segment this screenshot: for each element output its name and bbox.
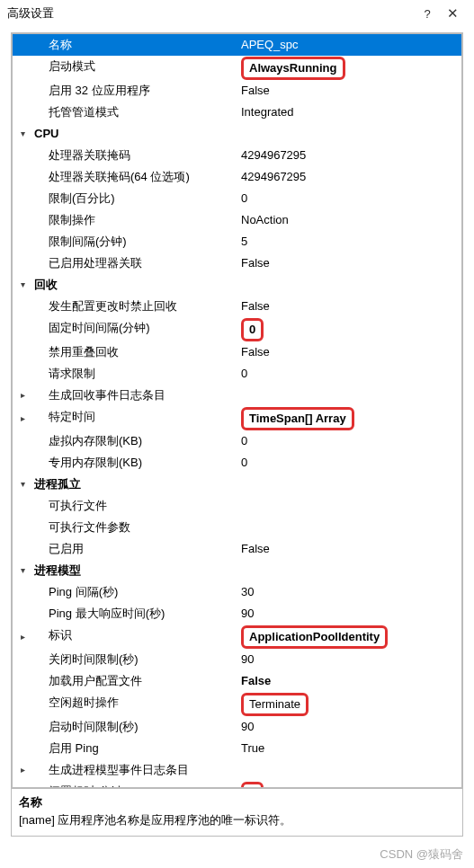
property-value[interactable]: AlwaysRunning — [237, 56, 461, 80]
expand-gutter — [13, 341, 32, 363]
property-row[interactable]: ▸生成进程模型事件日志条目 — [13, 759, 461, 781]
property-row[interactable]: 空闲超时操作Terminate — [13, 692, 461, 716]
category-row[interactable]: ▾进程孤立 — [13, 474, 461, 495]
property-value[interactable]: ApplicationPoolIdentity — [237, 624, 461, 649]
property-value[interactable]: 0 — [237, 317, 461, 341]
property-row[interactable]: 启用 32 位应用程序False — [13, 80, 461, 102]
property-row[interactable]: ▸生成回收事件日志条目 — [13, 385, 461, 406]
property-row[interactable]: 启动模式AlwaysRunning — [13, 56, 461, 80]
property-row-selected[interactable]: 名称APEQ_spc — [13, 34, 461, 56]
property-row[interactable]: 关闭时间限制(秒)90 — [13, 649, 461, 670]
property-row[interactable]: ▸特定时间TimeSpan[] Array — [13, 406, 461, 430]
property-value[interactable]: 0 — [237, 188, 461, 209]
chevron-down-icon[interactable]: ▾ — [13, 274, 32, 296]
property-value[interactable] — [237, 385, 461, 406]
close-button[interactable]: ✕ — [440, 5, 465, 22]
property-value[interactable]: 30 — [237, 581, 461, 603]
property-value[interactable]: False — [237, 296, 461, 317]
property-label: 发生配置更改时禁止回收 — [32, 296, 237, 317]
property-value[interactable] — [237, 759, 461, 781]
property-value[interactable]: False — [237, 80, 461, 102]
expand-gutter — [13, 80, 32, 102]
property-row[interactable]: 可执行文件参数 — [13, 517, 461, 538]
description-text: [name] 应用程序池名称是应用程序池的唯一标识符。 — [19, 812, 455, 828]
property-value[interactable]: 0 — [237, 452, 461, 474]
property-row[interactable]: 发生配置更改时禁止回收False — [13, 296, 461, 317]
property-row[interactable]: 已启用False — [13, 538, 461, 560]
property-label: 虚拟内存限制(KB) — [32, 430, 237, 452]
property-row[interactable]: 限制操作NoAction — [13, 209, 461, 231]
chevron-right-icon[interactable]: ▸ — [13, 759, 32, 781]
expand-gutter — [13, 231, 32, 252]
property-row[interactable]: 限制间隔(分钟)5 — [13, 231, 461, 252]
property-row[interactable]: 虚拟内存限制(KB)0 — [13, 430, 461, 452]
expand-gutter — [13, 581, 32, 603]
property-label: 关闭时间限制(秒) — [32, 649, 237, 670]
property-value[interactable]: False — [237, 252, 461, 274]
property-value[interactable]: 90 — [237, 603, 461, 624]
property-row[interactable]: 启用 PingTrue — [13, 738, 461, 759]
expand-gutter — [13, 34, 32, 56]
chevron-right-icon[interactable]: ▸ — [13, 385, 32, 406]
category-row[interactable]: ▾回收 — [13, 274, 461, 296]
property-row[interactable]: ▸标识ApplicationPoolIdentity — [13, 624, 461, 649]
chevron-down-icon[interactable]: ▾ — [13, 474, 32, 495]
property-row[interactable]: 专用内存限制(KB)0 — [13, 452, 461, 474]
property-value[interactable]: TimeSpan[] Array — [237, 406, 461, 430]
property-label: CPU — [32, 123, 237, 145]
property-value[interactable] — [237, 495, 461, 517]
property-value[interactable] — [237, 517, 461, 538]
property-row[interactable]: 限制(百分比)0 — [13, 188, 461, 209]
property-value[interactable]: 4294967295 — [237, 145, 461, 166]
property-value[interactable]: False — [237, 341, 461, 363]
property-label: Ping 间隔(秒) — [32, 581, 237, 603]
chevron-right-icon[interactable]: ▸ — [13, 624, 32, 649]
property-grid[interactable]: 名称APEQ_spc启动模式AlwaysRunning启用 32 位应用程序Fa… — [12, 33, 462, 788]
property-value[interactable]: 5 — [237, 231, 461, 252]
property-row[interactable]: 处理器关联掩码(64 位选项)4294967295 — [13, 166, 461, 188]
property-label: 限制间隔(分钟) — [32, 231, 237, 252]
property-row[interactable]: Ping 间隔(秒)30 — [13, 581, 461, 603]
help-button[interactable]: ? — [415, 7, 440, 21]
property-value[interactable]: 90 — [237, 716, 461, 738]
chevron-down-icon[interactable]: ▾ — [13, 123, 32, 145]
property-row[interactable]: 禁用重叠回收False — [13, 341, 461, 363]
property-row[interactable]: 固定时间间隔(分钟)0 — [13, 317, 461, 341]
property-value[interactable]: 0 — [237, 430, 461, 452]
category-row[interactable]: ▾进程模型 — [13, 560, 461, 581]
property-value[interactable] — [237, 274, 461, 296]
property-value[interactable]: APEQ_spc — [237, 34, 461, 56]
property-value[interactable]: 4294967295 — [237, 166, 461, 188]
expand-gutter — [13, 56, 32, 80]
property-value[interactable] — [237, 560, 461, 581]
property-value[interactable]: 0 — [237, 781, 461, 788]
property-row[interactable]: 请求限制0 — [13, 363, 461, 385]
property-row[interactable]: 加载用户配置文件False — [13, 670, 461, 692]
property-row[interactable]: 可执行文件 — [13, 495, 461, 517]
property-value[interactable]: 90 — [237, 649, 461, 670]
property-value[interactable]: True — [237, 738, 461, 759]
category-row[interactable]: ▾CPU — [13, 123, 461, 145]
property-value[interactable]: False — [237, 538, 461, 560]
property-label: 加载用户配置文件 — [32, 670, 237, 692]
property-value[interactable]: NoAction — [237, 209, 461, 231]
property-value[interactable] — [237, 474, 461, 495]
expand-gutter — [13, 317, 32, 341]
property-label: 空闲超时操作 — [32, 692, 237, 716]
property-value[interactable]: Integrated — [237, 102, 461, 123]
property-row[interactable]: 处理器关联掩码4294967295 — [13, 145, 461, 166]
property-row[interactable]: Ping 最大响应时间(秒)90 — [13, 603, 461, 624]
property-value[interactable]: Terminate — [237, 692, 461, 716]
property-value[interactable]: 0 — [237, 363, 461, 385]
chevron-right-icon[interactable]: ▸ — [13, 406, 32, 430]
property-row[interactable]: 托管管道模式Integrated — [13, 102, 461, 123]
property-row[interactable]: 闲置超时(分钟)0 — [13, 781, 461, 788]
expand-gutter — [13, 517, 32, 538]
property-label: 可执行文件 — [32, 495, 237, 517]
chevron-down-icon[interactable]: ▾ — [13, 560, 32, 581]
property-value[interactable] — [237, 123, 461, 145]
expand-gutter — [13, 495, 32, 517]
property-value[interactable]: False — [237, 670, 461, 692]
property-row[interactable]: 已启用处理器关联False — [13, 252, 461, 274]
property-row[interactable]: 启动时间限制(秒)90 — [13, 716, 461, 738]
